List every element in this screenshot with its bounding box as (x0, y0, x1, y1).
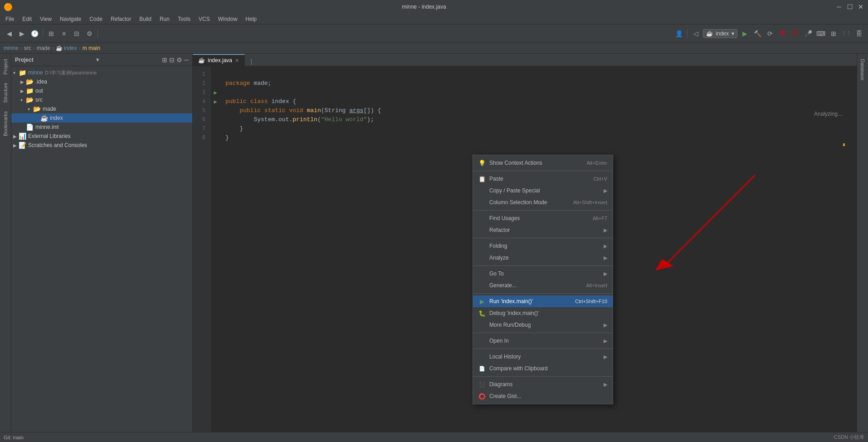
panel-icon-layout[interactable]: ⊞ (162, 56, 167, 64)
maximize-button[interactable]: ☐ (846, 3, 853, 10)
tree-item-scratches[interactable]: ▶ 📝 Scratches and Consoles (11, 141, 192, 150)
structure-tab[interactable]: Structure (2, 79, 9, 107)
toolbar-back-button[interactable]: ◀ (4, 28, 15, 39)
tree-item-iml[interactable]: 📄 minne.iml (11, 123, 192, 132)
ctx-go-to[interactable]: Go To ▶ (473, 268, 613, 280)
tree-icon-extlibs: 📊 (19, 133, 26, 140)
menu-refactor[interactable]: Refactor (107, 15, 135, 23)
ctx-sep-4 (473, 265, 613, 266)
ctx-analyze[interactable]: Analyze ▶ (473, 252, 613, 264)
ctx-left-goto: Go To (478, 270, 504, 277)
tree-arrow-made: ▾ (28, 107, 33, 112)
ctx-label-open-in: Open In (489, 338, 509, 344)
ctx-arrow-refactor: ▶ (604, 227, 607, 233)
breadcrumb-index[interactable]: ☕ index (56, 45, 77, 51)
database-button[interactable]: 🗄 (853, 28, 864, 39)
ctx-diagrams[interactable]: ⬛ Diagrams ▶ (473, 378, 613, 390)
ctx-left-find: Find Usages (478, 215, 520, 222)
sogou-button[interactable]: S (777, 28, 788, 39)
chinese-button[interactable]: 中 (790, 28, 801, 39)
panel-icon-collapse[interactable]: ⊟ (169, 56, 175, 64)
ctx-local-history[interactable]: Local History ▶ (473, 351, 613, 363)
menu-build[interactable]: Build (136, 15, 155, 23)
ctx-shortcut-find: Alt+F7 (593, 216, 607, 221)
database-tab[interactable]: Database (859, 55, 866, 84)
editor-tab-index[interactable]: ☕ index.java ✕ (193, 54, 245, 66)
ctx-compare-clipboard[interactable]: 📄 Compare with Clipboard (473, 363, 613, 374)
ctx-run-main[interactable]: ▶ Run 'index.main()' Ctrl+Shift+F10 (473, 295, 613, 307)
breadcrumb-src[interactable]: src (24, 45, 31, 51)
menu-run[interactable]: Run (156, 15, 173, 23)
toolbar-recent-button[interactable]: 🕐 (29, 28, 40, 39)
toolbar-separator-2 (98, 29, 98, 38)
tree-item-src[interactable]: ▾ 📂 src (11, 95, 192, 104)
ctx-refactor[interactable]: Refactor ▶ (473, 224, 613, 236)
tree-item-idea[interactable]: ▶ 📂 .idea (11, 77, 192, 86)
tree-icon-out: 📁 (26, 87, 34, 94)
mic-button[interactable]: 🎤 (803, 28, 814, 39)
grid-button[interactable]: ⊞ (828, 28, 839, 39)
ctx-create-gist[interactable]: ⭕ Create Gist... (473, 390, 613, 402)
ctx-generate[interactable]: Generate... Alt+Insert (473, 280, 613, 291)
build-button[interactable]: 🔨 (752, 28, 763, 39)
toolbar-forward-button[interactable]: ▶ (16, 28, 27, 39)
panel-icon-close[interactable]: ─ (184, 56, 189, 64)
coverage-button[interactable]: ⟳ (765, 28, 775, 39)
menu-vcs[interactable]: VCS (195, 15, 214, 23)
close-button[interactable]: ✕ (857, 3, 864, 10)
tree-item-out[interactable]: ▶ 📁 out (11, 86, 192, 95)
tab-close-button[interactable]: ✕ (235, 58, 239, 64)
ctx-folding[interactable]: Folding ▶ (473, 240, 613, 252)
menu-help[interactable]: Help (242, 15, 260, 23)
keyboard-button[interactable]: ⌨ (815, 28, 826, 39)
tree-item-index[interactable]: ☕ index (11, 113, 192, 123)
menu-view[interactable]: View (36, 15, 55, 23)
run-gutter-btn-3[interactable]: ▶ (211, 88, 220, 97)
breadcrumb-project[interactable]: minne (4, 45, 19, 51)
tree-item-minne[interactable]: ▾ 📁 minne D:\学习案例\java\minne (11, 68, 192, 77)
extra-button[interactable]: ⋮⋮ (841, 28, 852, 39)
tab-more-button[interactable]: ⋮ (249, 58, 254, 65)
tree-item-made[interactable]: ▾ 📂 made (11, 104, 192, 113)
breadcrumb-made[interactable]: made (37, 45, 50, 51)
toolbar-expand-button[interactable]: ≡ (59, 28, 69, 39)
menu-edit[interactable]: Edit (19, 15, 35, 23)
toolbar-layout-button[interactable]: ⊞ (46, 28, 57, 39)
ctx-copy-paste-special[interactable]: Copy / Paste Special ▶ (473, 185, 613, 196)
menu-tools[interactable]: Tools (174, 15, 194, 23)
panel-icon-settings[interactable]: ⚙ (176, 56, 182, 64)
status-csdn: CSDN 小软库 (834, 434, 864, 441)
ctx-open-in[interactable]: Open In ▶ (473, 335, 613, 347)
tree-icon-iml: 📄 (26, 123, 34, 131)
ctx-more-run-debug[interactable]: More Run/Debug ▶ (473, 319, 613, 331)
toolbar-settings-button[interactable]: ⚙ (84, 28, 95, 39)
ctx-debug-main[interactable]: 🐛 Debug 'index.main()' (473, 307, 613, 319)
ctx-paste[interactable]: 📋 Paste Ctrl+V (473, 173, 613, 185)
run-config-dropdown[interactable]: ☕ index ▾ (703, 29, 737, 38)
minimize-button[interactable]: ─ (835, 3, 843, 10)
menu-file[interactable]: File (2, 15, 18, 23)
tree-icon-idea: 📂 (26, 78, 34, 85)
menu-code[interactable]: Code (86, 15, 106, 23)
ctx-label-run-main: Run 'index.main()' (489, 298, 533, 304)
toolbar-back2-button[interactable]: ◁ (690, 28, 701, 39)
project-tab[interactable]: Project (2, 55, 9, 78)
run-button[interactable]: ▶ (739, 28, 750, 39)
menu-window[interactable]: Window (215, 15, 241, 23)
ctx-find-usages[interactable]: Find Usages Alt+F7 (473, 212, 613, 224)
breadcrumb-sep-4: › (79, 45, 81, 51)
menu-navigate[interactable]: Navigate (56, 15, 85, 23)
breadcrumb-main[interactable]: m main (83, 45, 100, 51)
ctx-sep-7 (473, 349, 613, 349)
tree-item-extlibs[interactable]: ▶ 📊 External Libraries (11, 132, 192, 141)
ctx-show-context-actions[interactable]: 💡 Show Context Actions Alt+Enter (473, 157, 613, 169)
editor-area: ☕ index.java ✕ ⋮ 1 2 3 4 5 6 7 8 (193, 54, 857, 442)
ctx-label-create-gist: Create Gist... (489, 393, 522, 399)
bookmarks-tab[interactable]: Bookmarks (2, 108, 9, 140)
toolbar-collapse-button[interactable]: ⊟ (71, 28, 82, 39)
toolbar-user-button[interactable]: 👤 (673, 28, 684, 39)
run-gutter-btn-4[interactable]: ▶ (211, 97, 220, 106)
toolbar: ◀ ▶ 🕐 ⊞ ≡ ⊟ ⚙ 👤 ◁ ☕ index ▾ ▶ 🔨 ⟳ S 中 🎤 … (0, 25, 868, 43)
ctx-column-selection[interactable]: Column Selection Mode Alt+Shift+Insert (473, 196, 613, 208)
panel-dropdown-icon[interactable]: ▾ (96, 56, 99, 63)
